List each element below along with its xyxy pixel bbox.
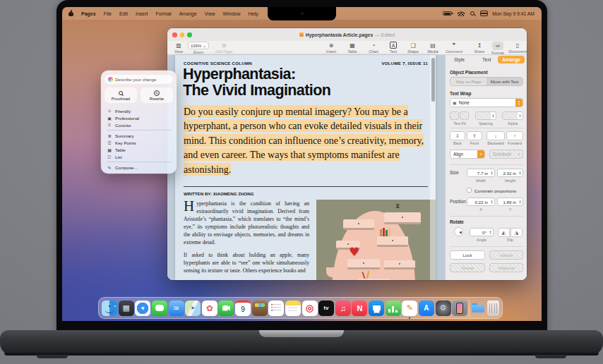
summary-option[interactable]: ≣Summary (105, 132, 173, 139)
menu-view[interactable]: View (205, 11, 215, 16)
dock-launchpad[interactable]: ▦ (119, 301, 134, 316)
describe-change-input[interactable]: Describe your change (105, 75, 173, 84)
add-page-button[interactable]: ⊞ Add Page (213, 42, 235, 54)
dock-app-store[interactable]: A (419, 301, 434, 316)
wifi-icon[interactable] (458, 11, 465, 16)
menu-window[interactable]: Window (223, 11, 241, 16)
tab-arrange[interactable]: Arrange (498, 56, 525, 63)
dock-downloads[interactable] (470, 301, 486, 316)
send-backward-button[interactable]: ↓ (486, 131, 505, 140)
send-to-back-button[interactable]: ⇩ (450, 131, 465, 140)
dock-photos[interactable]: ✿ (202, 301, 217, 316)
article-title[interactable]: Hyperphantasia: The Vivid Imagination (183, 66, 431, 99)
menu-edit[interactable]: Edit (119, 11, 128, 16)
flip-horizontal-button[interactable]: ◮ (511, 228, 523, 237)
chart-button[interactable]: ◔ Chart (364, 42, 383, 54)
dock-numbers[interactable] (386, 301, 401, 316)
width-stepper[interactable]: 7.7 in▲▼ (467, 169, 495, 177)
minimize-button[interactable] (180, 32, 185, 37)
bring-to-front-button[interactable]: ⇧ (467, 131, 482, 140)
compose-option[interactable]: ✎Compose… (105, 164, 173, 171)
window-title-bar[interactable]: Hyperphantasia Article.pages — Edited (167, 28, 527, 41)
dock-keynote[interactable] (369, 301, 384, 316)
rewrite-button[interactable]: ✎ Rewrite (141, 87, 173, 103)
bring-forward-button[interactable]: ↑ (506, 131, 523, 140)
tab-style[interactable]: Style (454, 57, 465, 62)
alpha-stepper[interactable]: ▲▼ (502, 111, 523, 120)
insert-button[interactable]: ⊕ Insert (321, 42, 341, 54)
document-scrollbar[interactable] (430, 55, 436, 280)
dock-finder[interactable] (102, 301, 117, 316)
dock-apple-tv[interactable]: tv (318, 301, 334, 316)
article-body-column[interactable]: Hyperphantasia is the condition of havin… (184, 200, 309, 279)
key-points-option[interactable]: ☰Key Points (105, 139, 173, 146)
head-shelves-illustration[interactable]: ⧗ ♥ (316, 200, 436, 280)
distribute-dropdown[interactable]: Distribute ▼ (489, 150, 523, 159)
document-button[interactable]: ▯ Document (508, 42, 527, 54)
position-y-stepper[interactable]: 1.89 in▲▼ (497, 198, 523, 206)
dock-calendar[interactable]: 9 (235, 301, 251, 316)
control-center-icon[interactable] (480, 11, 486, 16)
share-button[interactable]: ↥ Share (470, 42, 489, 54)
friendly-option[interactable]: ☺Friendly (105, 107, 173, 114)
unlock-button[interactable]: Unlock (489, 250, 523, 260)
menu-arrange[interactable]: Arrange (179, 11, 197, 16)
flip-vertical-button[interactable]: ◭ (498, 228, 510, 237)
dock-wallet[interactable] (252, 301, 268, 316)
stay-on-page-option[interactable]: Stay on Page (450, 78, 486, 85)
menu-pages[interactable]: Pages (81, 11, 96, 16)
position-x-stepper[interactable]: 0.22 in▲▼ (467, 198, 495, 206)
dock-fitness[interactable]: ◎ (302, 301, 318, 316)
lock-button[interactable]: Lock (450, 250, 485, 260)
professional-option[interactable]: ▣Professional (105, 114, 173, 121)
spotlight-search-icon[interactable] (470, 11, 474, 16)
shape-button[interactable]: ❑ Shape (403, 42, 423, 54)
tab-text[interactable]: Text (482, 57, 491, 62)
menu-file[interactable]: File (104, 11, 112, 16)
document-page[interactable]: COGNITIVE SCIENCE COLUMN VOLUME 7, ISSUE… (175, 55, 436, 280)
text-wrap-dropdown[interactable]: ▣ None ▲▼ (450, 98, 523, 107)
media-button[interactable]: ▤ Media (423, 42, 443, 54)
zoom-control[interactable]: 136% ⌄ Zoom (186, 42, 211, 54)
angle-stepper[interactable]: 0°▲▼ (470, 228, 494, 236)
rotation-knob[interactable] (454, 227, 463, 236)
dock-facetime[interactable] (218, 301, 234, 316)
dock-trash[interactable] (487, 301, 499, 316)
move-with-text-option[interactable]: Move with Text (486, 78, 523, 85)
text-fit-button-a[interactable] (450, 111, 459, 120)
menu-insert[interactable]: Insert (136, 11, 148, 16)
ungroup-button[interactable]: Ungroup (489, 263, 523, 272)
document-canvas[interactable]: COGNITIVE SCIENCE COLUMN VOLUME 7, ISSUE… (167, 55, 445, 280)
comment-button[interactable]: ❞ Comment (444, 42, 464, 54)
zoom-window-button[interactable] (187, 32, 192, 37)
dock-music[interactable]: ♫ (335, 301, 351, 316)
concise-option[interactable]: ≡Concise (105, 121, 173, 128)
highlighted-intro-paragraph[interactable]: Do you easily conjure up mental imagery?… (184, 104, 431, 177)
dock-iphone-mirroring[interactable] (452, 301, 467, 316)
group-button[interactable]: Group (450, 263, 485, 272)
text-button[interactable]: A Text (383, 42, 403, 54)
dock-messages[interactable] (152, 301, 167, 316)
battery-icon[interactable] (443, 11, 452, 16)
list-option[interactable]: ☷List (105, 153, 173, 160)
menu-format[interactable]: Format (155, 11, 171, 16)
dock-pages[interactable]: ✎ (402, 301, 417, 316)
height-stepper[interactable]: 2.32 in▲▼ (497, 169, 523, 177)
constrain-proportions-checkbox[interactable] (467, 188, 472, 193)
menu-clock[interactable]: Mon Sep 9 9:41 AM (492, 11, 535, 16)
scrollbar-thumb[interactable] (431, 58, 435, 102)
table-option[interactable]: ▦Table (105, 146, 173, 153)
align-dropdown[interactable]: Align ▼ (450, 150, 485, 159)
spacing-stepper[interactable]: ▲▼ (475, 111, 496, 120)
menu-help[interactable]: Help (249, 11, 258, 16)
close-button[interactable] (172, 32, 177, 37)
dock-reminders[interactable] (268, 301, 284, 316)
format-button[interactable]: ✑ Format (488, 42, 508, 55)
text-fit-button-b[interactable] (460, 111, 469, 120)
dock-maps[interactable]: ➤ (185, 301, 201, 316)
table-button[interactable]: ▦ Table (342, 42, 362, 54)
dock-safari[interactable]: ➤ (135, 301, 150, 316)
dock-notes[interactable] (285, 301, 301, 316)
proofread-button[interactable]: Proofread (105, 87, 137, 103)
dock-mail[interactable]: ✉ (169, 301, 184, 316)
